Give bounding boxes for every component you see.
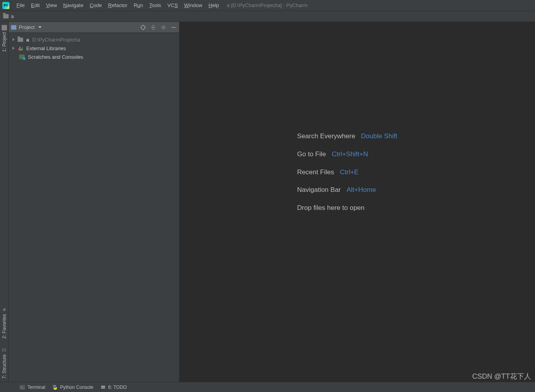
hint-shortcut: Alt+Home [346,186,376,193]
libraries-icon [18,45,23,51]
project-tree[interactable]: a D:\PyCharmProject\a External Libraries… [9,33,179,382]
svg-line-12 [165,28,165,29]
tree-root-label: a [26,37,29,43]
folder-icon [3,14,9,18]
tool-tab-terminal-label: Terminal [27,385,45,390]
tree-scratches[interactable]: Scratches and Consoles [9,52,179,61]
svg-point-0 [141,25,145,29]
collapse-all-icon[interactable] [150,24,156,31]
empty-editor-hints: Search Everywhere Double Shift Go to Fil… [297,132,397,221]
expand-arrow-icon[interactable] [13,38,15,41]
menu-view[interactable]: View [43,0,60,11]
menu-navigate[interactable]: Navigate [60,0,86,11]
tree-root-path: D:\PyCharmProject\a [32,37,80,43]
project-tool-window: Project a [9,22,180,382]
window-title: a [D:\PyCharmProject\a] - PyCharm [227,2,308,8]
folder-icon [18,37,23,42]
chevron-down-icon [38,26,42,28]
expand-arrow-icon[interactable] [13,47,15,50]
hint-goto-file: Go to File Ctrl+Shift+N [297,150,397,159]
svg-line-11 [162,25,162,26]
project-view-icon [11,25,16,30]
structure-icon: ☰ [2,347,7,353]
svg-point-6 [163,27,164,28]
hint-label: Drop files here to open [297,204,365,211]
tool-tab-python-console[interactable]: Python Console [52,385,93,390]
svg-line-14 [165,25,165,26]
tool-tab-python-console-label: Python Console [60,385,93,390]
tool-tab-terminal[interactable]: >_ Terminal [20,385,45,390]
navigation-bar[interactable]: a [0,11,535,22]
terminal-icon: >_ [20,385,25,390]
hint-navigation-bar: Navigation Bar Alt+Home [297,185,397,195]
locate-icon[interactable] [140,24,146,31]
pycharm-app-icon: PC [2,2,9,9]
tool-tab-todo-label: 6: TODO [108,385,127,390]
bottom-tool-bar: >_ Terminal Python Console 6: TODO [0,382,535,392]
menu-tools[interactable]: Tools [146,0,164,11]
tool-tab-structure[interactable]: 7: Structure ☰ [0,344,8,382]
menu-file[interactable]: File [13,0,28,11]
menu-run[interactable]: Run [131,0,146,11]
editor-empty-area[interactable]: Search Everywhere Double Shift Go to Fil… [180,22,535,382]
hint-shortcut: Ctrl+Shift+N [332,150,368,158]
hint-label: Go to File [297,150,326,158]
python-icon [52,385,58,390]
breadcrumb-label: a [11,13,14,19]
star-icon: ★ [2,307,7,313]
list-icon [100,385,106,390]
menu-edit[interactable]: Edit [28,0,43,11]
gear-icon[interactable] [160,24,167,31]
tree-root-node[interactable]: a D:\PyCharmProject\a [9,35,179,44]
menu-code[interactable]: Code [87,0,105,11]
tree-external-libraries-label: External Libraries [26,45,66,51]
tool-tab-todo[interactable]: 6: TODO [100,385,127,390]
hint-recent-files: Recent Files Ctrl+E [297,168,397,177]
hint-shortcut: Ctrl+E [340,168,359,176]
tool-tab-project-label: 1: Project [2,32,7,52]
tool-tab-project[interactable]: 1: Project [0,22,8,55]
hint-label: Search Everywhere [297,132,355,140]
svg-line-13 [162,28,162,29]
tool-tab-favorites[interactable]: 2: Favorites ★ [0,304,8,342]
menu-window[interactable]: Window [181,0,205,11]
hint-label: Recent Files [297,168,334,176]
hide-icon[interactable] [170,24,177,31]
hint-shortcut: Double Shift [361,132,397,140]
hint-search-everywhere: Search Everywhere Double Shift [297,132,397,141]
scratches-icon [19,54,25,60]
menu-refactor[interactable]: Refactor [105,0,131,11]
hint-label: Navigation Bar [297,186,341,193]
menu-vcs[interactable]: VCS [164,0,181,11]
project-icon [2,25,7,31]
menu-bar: PC File Edit View Navigate Code Refactor… [0,0,535,11]
tool-tab-favorites-label: 2: Favorites [2,314,7,339]
left-tool-gutter: 1: Project 2: Favorites ★ 7: Structure ☰ [0,22,9,382]
tool-tab-structure-label: 7: Structure [2,354,7,379]
menu-help[interactable]: Help [205,0,222,11]
project-view-label: Project [19,24,34,30]
main-area: 1: Project 2: Favorites ★ 7: Structure ☰… [0,22,535,382]
tree-scratches-label: Scratches and Consoles [28,54,83,60]
project-tool-header: Project [9,22,179,33]
project-view-selector[interactable]: Project [11,24,42,30]
hint-drop-files: Drop files here to open [297,203,397,213]
tree-external-libraries[interactable]: External Libraries [9,44,179,52]
